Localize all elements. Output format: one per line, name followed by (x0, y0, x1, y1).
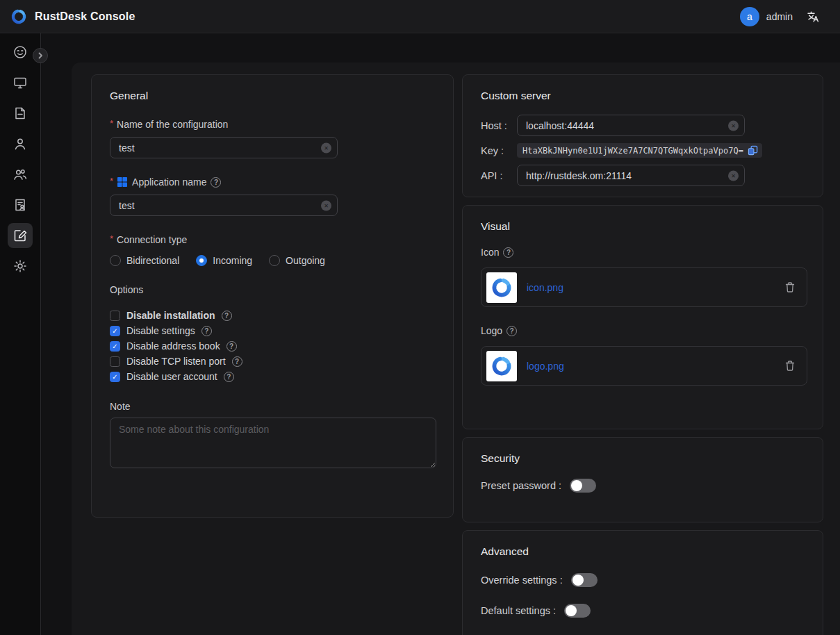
app-name-field (110, 195, 338, 216)
clear-icon[interactable] (728, 170, 739, 181)
trash-icon[interactable] (784, 281, 796, 293)
sidebar-expand-button[interactable] (33, 48, 48, 63)
avatar[interactable]: a (740, 7, 759, 26)
checkbox-icon (110, 372, 120, 382)
sidebar-item-groups[interactable] (8, 162, 33, 187)
connection-type-group: Bidirectional Incoming Outgoing (110, 255, 435, 266)
sidebar-item-users[interactable] (8, 131, 33, 156)
rustdesk-logo-icon (490, 354, 513, 378)
help-icon[interactable] (211, 177, 221, 188)
clear-icon[interactable] (728, 120, 739, 131)
user-menu[interactable]: a admin (740, 7, 793, 26)
help-icon[interactable] (232, 356, 242, 367)
preset-password-toggle[interactable] (570, 479, 596, 493)
chevron-right-icon (37, 52, 44, 59)
config-name-field (110, 137, 338, 158)
gear-icon (13, 258, 28, 274)
users-group-icon (13, 167, 28, 182)
connection-type-label: * Connection type (110, 234, 435, 245)
radio-icon (110, 255, 121, 266)
help-icon[interactable] (201, 326, 212, 336)
option-disable-address-book[interactable]: Disable address book (110, 338, 435, 354)
host-field (517, 115, 745, 136)
sidebar-item-settings[interactable] (8, 254, 33, 279)
icon-file-link[interactable]: icon.png (527, 282, 563, 293)
connection-type-radio[interactable]: Incoming (196, 255, 252, 266)
clear-icon[interactable] (321, 142, 331, 153)
option-disable-installation[interactable]: Disable installation (110, 308, 435, 323)
monitor-icon (13, 75, 28, 90)
preset-password-row: Preset password : (481, 479, 805, 493)
api-field (517, 165, 745, 186)
radio-icon (196, 255, 207, 266)
key-label: Key : (481, 145, 517, 156)
help-icon[interactable] (503, 247, 513, 258)
sidebar-item-devices[interactable] (8, 70, 33, 95)
document-user-icon (13, 197, 28, 213)
icon-thumbnail (486, 272, 517, 303)
advanced-title: Advanced (481, 545, 805, 558)
app-name-label: * Application name (110, 176, 435, 188)
windows-icon (117, 176, 128, 188)
clear-icon[interactable] (321, 200, 331, 211)
copy-icon[interactable] (748, 145, 758, 156)
default-settings-row: Default settings : (481, 604, 805, 618)
note-textarea[interactable] (110, 418, 436, 468)
required-asterisk: * (110, 176, 113, 186)
user-icon (13, 136, 28, 151)
logo-file-card: logo.png (481, 346, 807, 386)
preset-password-label: Preset password : (481, 480, 561, 491)
brand: RustDesk Console (10, 8, 135, 26)
help-icon[interactable] (227, 341, 237, 352)
app-name-input[interactable] (110, 195, 338, 216)
options-label: Options (110, 284, 435, 295)
logo-file-link[interactable]: logo.png (527, 361, 564, 372)
security-title: Security (481, 452, 805, 465)
sidebar-item-audit[interactable] (8, 101, 33, 126)
edit-icon (13, 228, 28, 243)
api-input[interactable] (517, 165, 745, 186)
key-value: HtaXBkJNHyn0e1U1jWXze7A7CN7QTGWqxkOtpaVp… (522, 146, 743, 156)
connection-type-radio[interactable]: Outgoing (269, 255, 325, 266)
logo-label: Logo (481, 325, 805, 336)
smiley-icon (13, 44, 28, 60)
help-icon[interactable] (507, 326, 517, 336)
sidebar-item-custom-clients[interactable] (8, 223, 33, 248)
option-disable-user-account[interactable]: Disable user account (110, 369, 435, 384)
sidebar (0, 33, 41, 635)
sidebar-item-dashboard[interactable] (8, 40, 33, 65)
checkbox-icon (110, 341, 120, 352)
host-input[interactable] (517, 115, 745, 136)
api-label: API : (481, 170, 517, 181)
override-settings-row: Override settings : (481, 573, 805, 587)
override-settings-toggle[interactable] (571, 573, 598, 587)
document-icon (13, 106, 28, 121)
logo-thumbnail (486, 351, 517, 381)
checkbox-icon (110, 326, 120, 336)
trash-icon[interactable] (784, 360, 796, 372)
icon-file-card: icon.png (481, 267, 807, 307)
help-icon[interactable] (224, 372, 234, 382)
default-settings-toggle[interactable] (564, 604, 591, 618)
help-icon[interactable] (222, 311, 232, 321)
checkbox-icon (110, 356, 120, 367)
advanced-panel: Advanced Override settings : Default set… (462, 530, 823, 635)
connection-type-radio[interactable]: Bidirectional (110, 255, 179, 266)
note-label: Note (110, 401, 435, 412)
custom-server-panel: Custom server Host : Key : HtaXBkJNHyn0e… (462, 74, 823, 197)
icon-label: Icon (481, 247, 805, 258)
user-name: admin (766, 11, 793, 22)
top-bar: RustDesk Console a admin (0, 0, 840, 33)
option-disable-settings[interactable]: Disable settings (110, 323, 435, 338)
translate-icon[interactable] (805, 9, 821, 24)
security-panel: Security Preset password : (462, 437, 823, 522)
rustdesk-logo-icon (490, 276, 513, 299)
key-value-box[interactable]: HtaXBkJNHyn0e1U1jWXze7A7CN7QTGWqxkOtpaVp… (517, 143, 762, 158)
sidebar-item-address-books[interactable] (8, 192, 33, 217)
config-name-input[interactable] (110, 137, 338, 158)
rustdesk-logo-icon (10, 8, 28, 26)
app-title: RustDesk Console (35, 10, 135, 23)
option-disable-tcp-listen-port[interactable]: Disable TCP listen port (110, 354, 435, 369)
override-settings-label: Override settings : (481, 575, 563, 586)
general-panel: General * Name of the configuration * Ap… (91, 74, 454, 518)
